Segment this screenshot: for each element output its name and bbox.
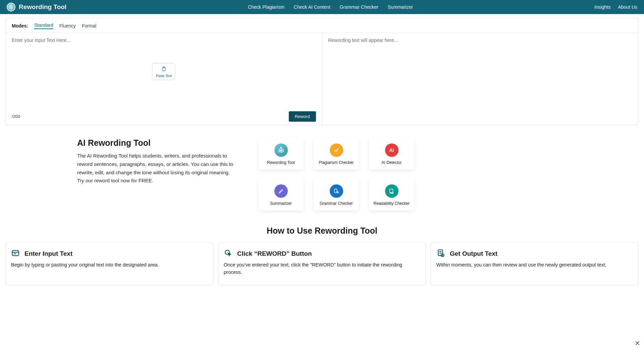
robot-icon [274, 143, 288, 157]
tool-link-plagiarism[interactable]: Plagiarism Checker [314, 138, 359, 170]
svg-rect-21 [438, 250, 442, 255]
mode-fluency[interactable]: Fluency [59, 23, 76, 28]
reword-button[interactable]: Reword [289, 111, 316, 122]
check-badge-icon [330, 143, 343, 157]
tool-link-label: Plagiarism Checker [319, 160, 354, 165]
tool-link-label: Readability Checker [374, 201, 410, 206]
readability-icon [385, 184, 398, 198]
step-title: Get Output Text [450, 250, 497, 257]
tool-card: Modes: Standard Fluency Formal Enter you… [5, 18, 639, 125]
svg-line-12 [338, 193, 338, 193]
header-bar: Rewording Tool Check Plagiarism Check AI… [0, 0, 644, 14]
brand[interactable]: Rewording Tool [7, 3, 66, 11]
search-doc-icon [330, 184, 343, 198]
promo-text: AI Rewording Tool The AI Rewording Tool … [77, 138, 235, 185]
paste-text-button[interactable]: Paste Text [152, 63, 175, 80]
step-title: Enter Input Text [24, 250, 72, 257]
tool-link-label: AI Detector [381, 160, 401, 165]
svg-point-6 [280, 150, 281, 151]
clipboard-icon [161, 66, 166, 73]
cursor-click-icon [224, 249, 232, 259]
tool-link-label: Rewording Tool [267, 160, 295, 165]
svg-point-1 [10, 7, 11, 7]
ai-icon: Ai [385, 143, 398, 157]
svg-point-15 [392, 193, 393, 194]
nav-link-plagiarism[interactable]: Check Plagiarism [248, 4, 284, 10]
nav-link-summarizer[interactable]: Summarizer [388, 4, 413, 10]
text-panel-icon [11, 249, 20, 259]
brand-name: Rewording Tool [19, 3, 66, 11]
nav-link-grammar[interactable]: Grammar Checker [340, 4, 378, 10]
input-panel[interactable]: Enter your Input Text Here... Paste Text… [6, 33, 322, 125]
brand-icon [7, 3, 15, 11]
tool-links-grid: Rewording Tool Plagiarism Checker Ai AI … [258, 138, 414, 210]
char-counter: /200 [12, 114, 20, 119]
step-get-output: Get Output Text Within moments, you can … [431, 242, 639, 285]
promo-title: AI Rewording Tool [77, 138, 235, 148]
svg-point-14 [390, 193, 391, 194]
svg-point-7 [281, 150, 282, 151]
tool-link-grammar[interactable]: Grammar Checker [314, 179, 359, 210]
mode-standard[interactable]: Standard [34, 22, 53, 29]
tool-link-readability[interactable]: Readability Checker [369, 179, 414, 210]
howto-title: How to Use Rewording Tool [0, 226, 644, 236]
promo-body: The AI Rewording Tool helps students, wr… [77, 152, 235, 185]
output-placeholder: Rewording text will appear here... [328, 38, 633, 43]
nav-center: Check Plagiarism Check AI Content Gramma… [66, 4, 594, 10]
tool-link-label: Grammar Checker [320, 201, 353, 206]
mid-section: AI Rewording Tool The AI Rewording Tool … [0, 125, 644, 219]
modes-bar: Modes: Standard Fluency Formal [6, 18, 638, 33]
nav-link-ai-content[interactable]: Check AI Content [294, 4, 330, 10]
pencil-icon [274, 184, 288, 198]
step-click-reword: Click “REWORD” Button Once you've entere… [218, 242, 426, 285]
panels: Enter your Input Text Here... Paste Text… [6, 33, 638, 125]
svg-point-9 [280, 147, 281, 148]
svg-rect-17 [12, 250, 19, 255]
svg-point-2 [11, 7, 12, 7]
input-footer: /200 Reword [12, 111, 316, 122]
tool-link-rewording[interactable]: Rewording Tool [258, 138, 304, 170]
mode-formal[interactable]: Formal [82, 23, 97, 28]
svg-rect-13 [390, 189, 393, 193]
tool-link-ai-detector[interactable]: Ai AI Detector [369, 138, 414, 170]
input-placeholder: Enter your Input Text Here... [12, 38, 316, 43]
nav-right: Insights About Us [594, 4, 637, 10]
step-enter-input: Enter Input Text Begin by typing or past… [5, 242, 213, 285]
step-title: Click “REWORD” Button [237, 250, 312, 257]
modes-label: Modes: [12, 23, 28, 28]
nav-link-insights[interactable]: Insights [594, 4, 610, 10]
step-body: Within moments, you can then review and … [436, 261, 633, 269]
output-panel: Rewording text will appear here... [322, 33, 639, 125]
howto-row: Enter Input Text Begin by typing or past… [0, 242, 644, 295]
step-body: Once you've entered your text, click the… [224, 261, 420, 276]
tool-link-summarizer[interactable]: Summarizer [258, 179, 304, 210]
paste-text-label: Paste Text [156, 74, 172, 78]
step-body: Begin by typing or pasting your original… [11, 261, 208, 269]
svg-point-0 [9, 5, 13, 9]
tool-link-label: Summarizer [270, 201, 292, 206]
document-check-icon [436, 249, 445, 259]
nav-link-about[interactable]: About Us [618, 4, 637, 10]
